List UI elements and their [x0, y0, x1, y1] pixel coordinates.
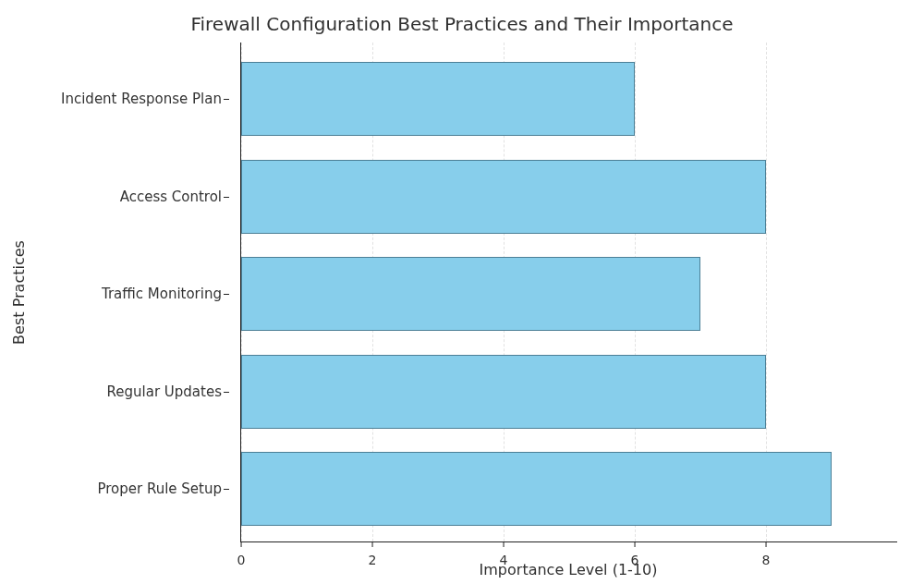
tick-mark: [766, 541, 767, 547]
bar-regular-updates: [241, 355, 766, 429]
chart-canvas: Firewall Configuration Best Practices an…: [0, 0, 924, 584]
ytick-proper-rule-setup: Proper Rule Setup: [0, 481, 222, 497]
tick-mark: [372, 541, 373, 547]
ytick-regular-updates: Regular Updates: [0, 383, 222, 400]
bar-access-control: [241, 160, 766, 234]
ytick-access-control: Access Control: [0, 189, 222, 205]
chart-title: Firewall Configuration Best Practices an…: [0, 13, 924, 35]
plot-area: 0 2 4 6 8: [240, 43, 897, 542]
ytick-label: Proper Rule Setup: [97, 481, 222, 497]
ytick-traffic-monitoring: Traffic Monitoring: [0, 286, 222, 302]
tick-mark: [241, 541, 242, 547]
bar-proper-rule-setup: [241, 452, 832, 526]
bar-incident-response: [241, 62, 635, 136]
ytick-incident-response: Incident Response Plan: [0, 91, 222, 107]
tick-mark: [504, 541, 505, 547]
ytick-label: Access Control: [120, 189, 222, 205]
tick-mark: [224, 99, 229, 100]
tick-mark: [224, 489, 229, 490]
x-axis-label: Importance Level (1-10): [240, 561, 896, 578]
ytick-label: Incident Response Plan: [61, 91, 222, 107]
ytick-label: Traffic Monitoring: [102, 286, 222, 302]
tick-mark: [635, 541, 636, 547]
tick-mark: [224, 197, 229, 198]
ytick-label: Regular Updates: [107, 383, 222, 400]
bar-traffic-monitoring: [241, 257, 700, 331]
tick-mark: [224, 294, 229, 295]
tick-mark: [224, 392, 229, 393]
